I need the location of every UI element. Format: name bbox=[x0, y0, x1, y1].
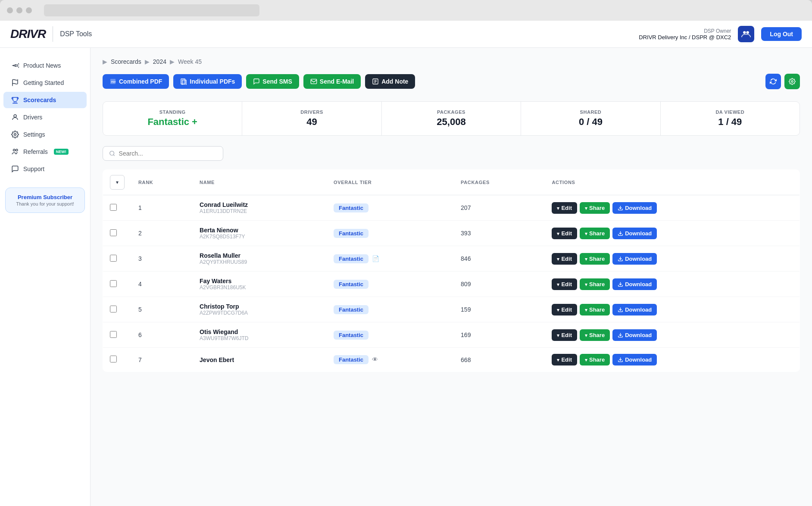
row-checkbox-2[interactable] bbox=[110, 255, 117, 262]
edit-chevron bbox=[557, 230, 559, 237]
row-checkbox-5[interactable] bbox=[110, 331, 117, 338]
download-label: Download bbox=[625, 281, 652, 287]
row-actions-4: Edit Share Download bbox=[545, 297, 800, 322]
edit-button-1[interactable]: Edit bbox=[552, 228, 577, 239]
action-bar: PDF Combined PDF Individual PDFs Send SM… bbox=[103, 74, 800, 89]
download-button-5[interactable]: Download bbox=[612, 329, 657, 341]
tier-badge: Fantastic bbox=[334, 229, 369, 238]
row-checkbox-4[interactable] bbox=[110, 306, 117, 312]
edit-button-4[interactable]: Edit bbox=[552, 304, 577, 315]
logout-button[interactable]: Log Out bbox=[761, 27, 802, 41]
breadcrumb-scorecards[interactable]: Scorecards bbox=[111, 58, 141, 65]
individual-pdfs-button[interactable]: Individual PDFs bbox=[173, 74, 242, 89]
download-button-2[interactable]: Download bbox=[612, 253, 657, 265]
share-button-4[interactable]: Share bbox=[580, 304, 610, 315]
tier-badge: Fantastic bbox=[334, 305, 369, 314]
row-name-1: Berta Nienow A2K7SQ8DS13F7Y bbox=[193, 221, 327, 246]
download-button-3[interactable]: Download bbox=[612, 278, 657, 290]
table-row: 7 Jevon Ebert Fantastic 👁 668 Edit Share bbox=[103, 348, 800, 372]
row-packages-4: 159 bbox=[454, 297, 545, 322]
row-actions-6: Edit Share Download bbox=[545, 348, 800, 372]
svg-point-14 bbox=[110, 151, 114, 156]
share-button-5[interactable]: Share bbox=[580, 329, 610, 341]
send-email-button[interactable]: Send E-Mail bbox=[303, 74, 361, 89]
sidebar-item-getting-started[interactable]: Getting Started bbox=[3, 75, 87, 91]
row-name-0: Conrad Lueilwitz A1ERU13DDTRN2E bbox=[193, 195, 327, 221]
row-checkbox-6[interactable] bbox=[110, 356, 117, 362]
user-icon-button[interactable] bbox=[738, 26, 754, 42]
svg-point-13 bbox=[791, 81, 793, 82]
row-tier-6: Fantastic 👁 bbox=[327, 348, 454, 372]
download-label: Download bbox=[625, 256, 652, 262]
table-row: 3 Rosella Muller A2QY9TXHRUUS89 Fantasti… bbox=[103, 246, 800, 272]
share-chevron bbox=[585, 205, 587, 211]
breadcrumb-year[interactable]: 2024 bbox=[153, 58, 166, 65]
action-buttons: Edit Share Download bbox=[552, 329, 793, 341]
sort-button[interactable]: ▾ bbox=[110, 175, 125, 190]
edit-button-6[interactable]: Edit bbox=[552, 354, 577, 365]
packages-label: PACKAGES bbox=[392, 109, 510, 115]
chat-icon bbox=[11, 165, 19, 173]
driver-name: Fay Waters bbox=[200, 278, 320, 284]
send-sms-button[interactable]: Send SMS bbox=[246, 74, 299, 89]
app-header: DRIVR DSP Tools DSP Owner DRIVR Delivery… bbox=[0, 21, 812, 48]
breadcrumb: ▶ Scorecards ▶ 2024 ▶ Week 45 bbox=[103, 58, 800, 65]
share-button-6[interactable]: Share bbox=[580, 354, 610, 365]
stat-shared: SHARED 0 / 49 bbox=[521, 102, 660, 135]
add-note-button[interactable]: Add Note bbox=[365, 74, 415, 89]
sidebar-item-settings[interactable]: Settings bbox=[3, 126, 87, 143]
share-label: Share bbox=[589, 256, 605, 262]
driver-name: Christop Torp bbox=[200, 303, 320, 310]
download-button-4[interactable]: Download bbox=[612, 304, 657, 315]
sidebar-item-referrals[interactable]: Referrals NEW! bbox=[3, 144, 87, 160]
edit-button-5[interactable]: Edit bbox=[552, 329, 577, 341]
refresh-button[interactable] bbox=[765, 74, 781, 89]
row-checkbox-3[interactable] bbox=[110, 280, 117, 287]
share-label: Share bbox=[589, 306, 605, 313]
stat-da-viewed: DA VIEWED 1 / 49 bbox=[661, 102, 800, 135]
sidebar-item-support[interactable]: Support bbox=[3, 161, 87, 177]
address-bar[interactable] bbox=[44, 4, 259, 16]
edit-button-0[interactable]: Edit bbox=[552, 202, 577, 214]
dsp-owner-label: DSP Owner bbox=[639, 28, 731, 34]
share-button-2[interactable]: Share bbox=[580, 253, 610, 265]
download-icon bbox=[618, 231, 623, 236]
combined-pdf-button[interactable]: PDF Combined PDF bbox=[103, 74, 169, 89]
app-logo: DRIVR bbox=[10, 27, 46, 41]
edit-label: Edit bbox=[561, 306, 572, 313]
svg-point-6 bbox=[16, 149, 18, 151]
edit-button-2[interactable]: Edit bbox=[552, 253, 577, 265]
individual-pdfs-label: Individual PDFs bbox=[190, 78, 235, 85]
share-button-3[interactable]: Share bbox=[580, 278, 610, 290]
row-tier-1: Fantastic bbox=[327, 221, 454, 246]
driver-id: A2VGBR3N186U5K bbox=[200, 284, 320, 290]
header-right: DSP Owner DRIVR Delivery Inc / DSPR @ DX… bbox=[639, 26, 802, 42]
row-name-2: Rosella Muller A2QY9TXHRUUS89 bbox=[193, 246, 327, 272]
row-checkbox-0[interactable] bbox=[110, 204, 117, 211]
share-chevron bbox=[585, 256, 587, 262]
sidebar-item-scorecards[interactable]: Scorecards bbox=[3, 92, 87, 108]
share-button-1[interactable]: Share bbox=[580, 228, 610, 239]
share-button-0[interactable]: Share bbox=[580, 202, 610, 214]
sidebar-item-product-news[interactable]: Product News bbox=[3, 57, 87, 74]
download-button-6[interactable]: Download bbox=[612, 354, 657, 365]
search-input[interactable] bbox=[119, 150, 217, 157]
download-button-1[interactable]: Download bbox=[612, 228, 657, 239]
row-packages-0: 207 bbox=[454, 195, 545, 221]
settings-button[interactable] bbox=[784, 74, 800, 89]
edit-button-3[interactable]: Edit bbox=[552, 278, 577, 290]
edit-label: Edit bbox=[561, 281, 572, 287]
sidebar-label-referrals: Referrals bbox=[23, 148, 48, 155]
download-label: Download bbox=[625, 306, 652, 313]
row-checkbox-1[interactable] bbox=[110, 229, 117, 236]
svg-rect-11 bbox=[311, 79, 316, 84]
driver-id: A2ZPW9TDCG7D6A bbox=[200, 310, 320, 316]
tier-badge: Fantastic bbox=[334, 254, 369, 263]
megaphone-icon bbox=[11, 62, 19, 69]
row-tier-4: Fantastic bbox=[327, 297, 454, 322]
download-button-0[interactable]: Download bbox=[612, 202, 657, 214]
edit-chevron bbox=[557, 356, 559, 363]
sidebar-item-drivers[interactable]: Drivers bbox=[3, 109, 87, 125]
action-buttons: Edit Share Download bbox=[552, 304, 793, 315]
sidebar-label-product-news: Product News bbox=[23, 62, 61, 69]
